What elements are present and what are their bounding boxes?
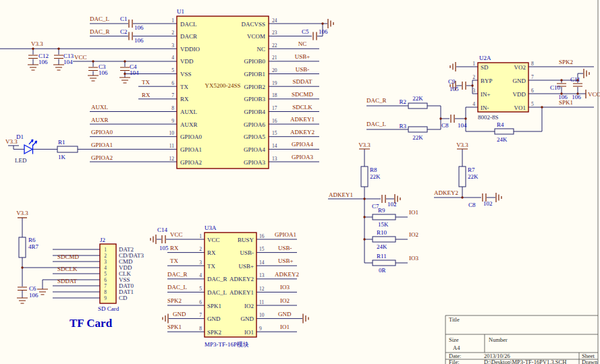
junction-dot [471, 84, 473, 86]
pin-name: DAC_L [207, 289, 227, 296]
title-block-lines [445, 0, 598, 364]
cap-ref: C1 [120, 16, 128, 22]
cap-ref: C11 [570, 76, 580, 83]
pin-number: 14 [259, 260, 265, 266]
net-label: GPIOA2 [91, 154, 113, 161]
power-v33-label: V3.3 [5, 138, 18, 145]
pin-number: 2 [104, 253, 107, 259]
pin-name: GND [241, 315, 254, 322]
size-value: A4 [453, 344, 460, 351]
pin-number: 7 [199, 312, 202, 318]
resistor-body [373, 260, 396, 266]
net-label: IO3 [280, 284, 290, 291]
pin-name: GPIOB2 [244, 84, 265, 90]
net-label: GND [278, 311, 292, 317]
pin-number: 24 [272, 18, 277, 24]
pin-number: 15 [272, 130, 277, 136]
net-label: SDCMD [292, 91, 314, 98]
net-label: IO1 [409, 209, 418, 216]
power-v33-label: V3.3 [16, 210, 28, 216]
pin-number: 5 [171, 67, 174, 73]
pin-name: GPIOB4 [244, 109, 265, 115]
file-value: D:\Desktop\MP3-TF-16PV1.3.SCH [484, 359, 566, 364]
pin-number: 5 [199, 286, 202, 292]
pin-number: 1 [104, 247, 107, 253]
junction-dot [57, 48, 59, 50]
pin-name: GPIOA2 [180, 159, 202, 166]
pin-name: GPIOA6 [244, 121, 266, 128]
pin-name: USB+ [238, 263, 254, 270]
pin-name: DACR [180, 33, 197, 40]
cap-value: 106 [572, 94, 581, 100]
pin-number: 11 [169, 143, 174, 149]
pin-number: 6 [199, 299, 202, 305]
pin-number: 18 [272, 92, 277, 98]
pin-number: 1 [472, 61, 475, 67]
pin-number: 8 [531, 61, 534, 67]
pin-name: RX [207, 249, 216, 256]
net-label: TX [142, 79, 150, 86]
led-symbol [24, 145, 32, 154]
net-label: DAC_R [366, 97, 387, 104]
net-label: RX [142, 92, 151, 98]
resistor-value: 22K [412, 95, 423, 102]
pin-number: 3 [472, 88, 475, 94]
pin-number: 2 [472, 74, 475, 80]
pin-name: VSS [180, 71, 192, 78]
u3-section: U3A MP3-TF-16P模块 C14 105 1 2 3 4 5 6 7 8… [151, 224, 308, 348]
pin-number: 1 [199, 233, 202, 239]
pin-number: 1 [171, 18, 174, 24]
pin-name: IN- [481, 104, 489, 111]
junction-dot [32, 48, 34, 50]
junction-dot [461, 196, 463, 198]
j2-ref: J2 [100, 237, 105, 243]
power-v33-label: V3.3 [456, 142, 468, 148]
cap-value: 104 [63, 59, 73, 65]
pin-name: ADKEY2 [229, 276, 254, 282]
junction-dot [439, 117, 441, 119]
pin-name: VO2 [514, 64, 526, 71]
pin-name: DACL [180, 21, 197, 28]
pin-number: 13 [259, 272, 265, 278]
junction-dot [92, 60, 94, 62]
schematic-sheet: U1 YX5200-24SS 1 2 3 4 5 6 7 8 9 10 11 1… [0, 0, 600, 364]
pin-number: 6 [531, 88, 534, 94]
pin-number: 2 [199, 246, 202, 252]
net-label: VCC [170, 231, 183, 238]
resistor-value: 22K [412, 134, 423, 141]
junction-dot [464, 117, 466, 119]
pin-name: IO2 [244, 303, 254, 309]
pin-name: GND [207, 315, 221, 322]
net-label: GND [173, 311, 186, 317]
net-label: GPIOA4 [292, 141, 314, 148]
pin-name: SD [481, 64, 489, 71]
pin-name: GPIOA0 [180, 133, 202, 140]
junction-dot [321, 22, 323, 24]
net-label: IO3 [409, 255, 418, 262]
u1-section: U1 YX5200-24SS 1 2 3 4 5 6 7 8 9 10 11 1… [0, 8, 333, 169]
size-label: Size [449, 336, 459, 343]
resistor-ref: R6 [28, 237, 36, 243]
resistor-body [408, 127, 427, 132]
title-block: Title Size A4 Number Date: 2013/10/26 Sh… [445, 0, 598, 364]
net-label: DAC_R [167, 271, 188, 278]
resistor-body [57, 146, 78, 152]
u3-ref: U3A [204, 224, 217, 231]
u2-part-name: 8002-8S [478, 114, 499, 121]
cap-value: 106 [558, 94, 568, 100]
u3-part-name: MP3-TF-16P模块 [204, 341, 249, 348]
net-label: AUXR [91, 117, 109, 123]
net-label: SDCLK [292, 104, 312, 111]
pin-number: 8 [171, 105, 174, 111]
u1-part-name: YX5200-24SS [204, 82, 240, 89]
pin-number: 8 [104, 289, 107, 295]
pin-number: 12 [259, 286, 265, 292]
resistor-ref: R2 [399, 98, 406, 105]
pin-name: SPK2 [207, 329, 221, 336]
pin-name: VDD [513, 91, 526, 98]
pin-number: 10 [259, 312, 265, 318]
power-v33-label: V3.3 [358, 142, 371, 148]
resistor-value: 15K [378, 221, 389, 228]
net-label: IO1 [280, 324, 290, 330]
drawn-label: Drawn [582, 359, 598, 364]
